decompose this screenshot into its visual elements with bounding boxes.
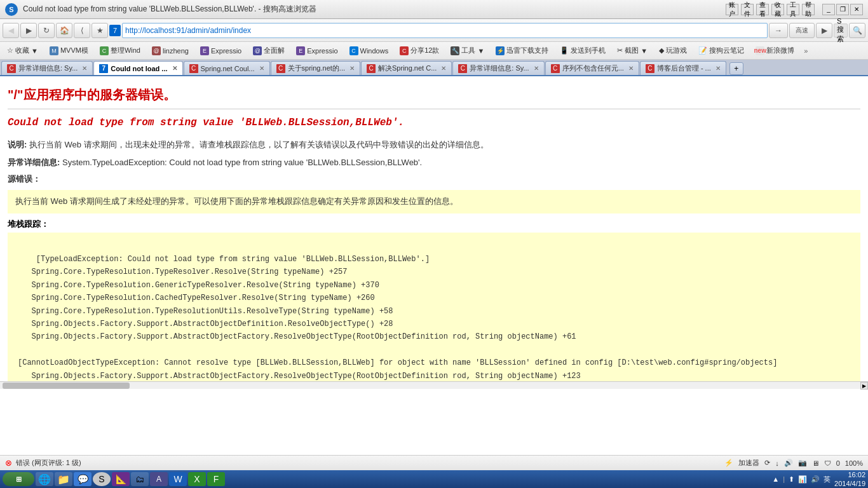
bookmark-linzheng[interactable]: @ linzheng xyxy=(147,44,193,57)
tab-2-label: Spring.net Coul... xyxy=(201,65,255,72)
tab-7-close[interactable]: ✕ xyxy=(715,65,721,72)
taskbar-explorer-icon[interactable]: 📁 xyxy=(55,472,72,486)
help-menu[interactable]: 帮助 xyxy=(802,4,815,15)
server-error-heading: "/"应用程序中的服务器错误。 xyxy=(8,81,860,106)
tab-0-close[interactable]: ✕ xyxy=(82,65,87,72)
bookmark-label: 迅雷下载支持 xyxy=(506,46,548,55)
taskbar-sogou-icon[interactable]: S xyxy=(93,472,111,486)
bookmark-xunlei[interactable]: ⚡ 迅雷下载支持 xyxy=(491,44,553,57)
taskbar-word-icon[interactable]: W xyxy=(169,472,187,486)
bookmark-notes[interactable]: 📝 搜狗云笔记 xyxy=(694,44,749,57)
view-menu[interactable]: 查看 xyxy=(756,4,769,15)
accounts-menu[interactable]: 账户 xyxy=(726,4,738,15)
tab-7-favicon: C xyxy=(646,64,654,73)
bookmark-tools[interactable]: 🔧 工具 ▼ xyxy=(446,44,489,57)
bookmark-games[interactable]: ◆ 玩游戏 xyxy=(654,44,691,57)
bookmark-expressio1[interactable]: E Expressio xyxy=(196,44,246,57)
down-arrow-icon: ↓ xyxy=(775,459,779,467)
forward-button[interactable]: ▶ xyxy=(20,23,37,38)
sendphone-icon: 📱 xyxy=(560,46,569,55)
bookmark-fullscreen[interactable]: @ 全面解 xyxy=(248,44,289,57)
home-button[interactable]: 🏠 xyxy=(56,23,72,38)
go-button[interactable]: → xyxy=(769,23,788,38)
tab-6-close[interactable]: ✕ xyxy=(628,65,634,72)
close-button[interactable]: ✕ xyxy=(850,4,863,15)
bookmark-label: 分享12款 xyxy=(410,46,439,55)
tray-icon-2: 📊 xyxy=(798,475,807,484)
tab-2-close[interactable]: ✕ xyxy=(259,65,264,72)
tray-volume-icon[interactable]: 🔊 xyxy=(811,475,820,484)
tray-arrow-icon[interactable]: ▲ xyxy=(772,475,779,483)
tray-lang-icon[interactable]: 英 xyxy=(824,475,831,484)
bookmark-sendphone[interactable]: 📱 发送到手机 xyxy=(555,44,610,57)
clock[interactable]: 16:02 2014/4/19 xyxy=(834,470,865,488)
minimize-button[interactable]: _ xyxy=(822,4,835,15)
star-button[interactable]: ★ xyxy=(92,23,108,38)
bookmark-favorites[interactable]: ☆ 收藏 ▼ xyxy=(3,44,43,57)
tab-4-label: 解决Spring.net C... xyxy=(378,64,437,73)
tab-3-close[interactable]: ✕ xyxy=(349,65,355,72)
linzheng-icon: @ xyxy=(152,46,161,55)
tab-4-close[interactable]: ✕ xyxy=(441,65,446,72)
time-text: 16:02 xyxy=(834,470,865,479)
shield-icon: 🛡 xyxy=(824,459,831,467)
address-bar[interactable]: http://localhost:91/admin/admin/index xyxy=(122,23,768,38)
tab-1-close[interactable]: ✕ xyxy=(172,65,177,72)
bookmarks-more[interactable]: » xyxy=(804,47,808,55)
games-icon: ◆ xyxy=(659,46,664,55)
taskbar-excel-icon[interactable]: X xyxy=(188,472,206,486)
stack-trace-label: 堆栈跟踪： xyxy=(8,219,860,230)
bookmark-screenshot[interactable]: ✂ 截图 ▼ xyxy=(613,44,652,57)
tab-7[interactable]: C 博客后台管理 - ... ✕ xyxy=(640,61,726,75)
bookmark-label: 新浪微博 xyxy=(766,46,794,55)
content-area[interactable]: "/"应用程序中的服务器错误。 Could not load type from… xyxy=(0,76,868,381)
screenshot-icon: ✂ xyxy=(617,46,623,55)
tab-2[interactable]: C Spring.net Coul... ✕ xyxy=(184,61,270,75)
bookmark-label: 搜狗云笔记 xyxy=(709,46,744,55)
address-text[interactable]: http://localhost:91/admin/admin/index xyxy=(125,26,251,35)
tray-icon-1: ⬆ xyxy=(789,475,794,484)
bookmark-share12[interactable]: C 分享12款 xyxy=(395,44,444,57)
start-button[interactable]: ⊞ xyxy=(3,472,34,486)
tab-0[interactable]: C 异常详细信息: Sy... ✕ xyxy=(1,61,93,75)
horizontal-scrollbar[interactable]: ▶ xyxy=(0,381,868,389)
bookmark-expressio2[interactable]: E Expressio xyxy=(292,44,342,57)
file-menu[interactable]: 文件 xyxy=(741,4,754,15)
tools-menu[interactable]: 工具 xyxy=(787,4,799,15)
tab-5-close[interactable]: ✕ xyxy=(534,65,539,72)
scrollbar-thumb[interactable] xyxy=(3,383,130,389)
next-btn[interactable]: ▶ xyxy=(816,23,832,38)
taskbar-vs-icon[interactable]: 📐 xyxy=(112,472,130,486)
expressio1-icon: E xyxy=(200,46,209,55)
tab-3[interactable]: C 关于spring.net的... ✕ xyxy=(271,61,360,75)
refresh-button[interactable]: ↻ xyxy=(38,23,55,38)
bookmark-weibo[interactable]: new 新浪微博 xyxy=(751,44,799,57)
window-controls[interactable]: 账户 文件 查看 收藏 工具 帮助 _ ❐ ✕ xyxy=(726,4,863,15)
new-tab-button[interactable]: + xyxy=(729,62,743,75)
bookmark-mvvm[interactable]: M MVVM模 xyxy=(45,44,93,57)
tab-6[interactable]: C 序列不包含任何元... ✕ xyxy=(545,61,639,75)
taskbar-qq-icon[interactable]: 💬 xyxy=(74,472,92,486)
tab-5[interactable]: C 异常详细信息: Sy... ✕ xyxy=(452,61,544,75)
bookmark-organize[interactable]: C 整理Wind xyxy=(95,44,145,57)
tab-1[interactable]: 7 Could not load ... ✕ xyxy=(93,61,182,75)
bookmark-windows[interactable]: C Windows xyxy=(345,44,393,57)
taskbar-green-icon[interactable]: F xyxy=(207,472,225,486)
tab-4[interactable]: C 解决Spring.net C... ✕ xyxy=(361,61,452,75)
prev-page-button[interactable]: ⟨ xyxy=(74,23,90,38)
detail-block: 异常详细信息: System.TypeLoadException: Could … xyxy=(8,157,860,168)
scroll-right-button[interactable]: ▶ xyxy=(860,382,868,390)
favorites-menu[interactable]: 收藏 xyxy=(771,4,784,15)
bookmark-label: MVVM模 xyxy=(60,46,88,55)
tab-6-label: 序列不包含任何元... xyxy=(562,64,624,73)
taskbar-unknown-icon[interactable]: A xyxy=(150,472,168,486)
taskbar-folder-icon[interactable]: 🗂 xyxy=(131,472,149,486)
back-button[interactable]: ◀ xyxy=(3,23,19,38)
window-title: Could not load type from string value 'B… xyxy=(23,4,316,15)
speed-indicator[interactable]: 高速 xyxy=(789,23,815,38)
status-bar: ⊗ 错误 (网页评级: 1 级) ⚡ 加速器 ⟳ ↓ 🔊 📷 🖥 🛡 0 100… xyxy=(0,455,868,470)
weibo-new-icon: new xyxy=(756,46,764,55)
restore-button[interactable]: ❐ xyxy=(836,4,849,15)
taskbar-ie-icon[interactable]: 🌐 xyxy=(36,472,53,486)
search-button[interactable]: 🔍 xyxy=(849,23,865,38)
